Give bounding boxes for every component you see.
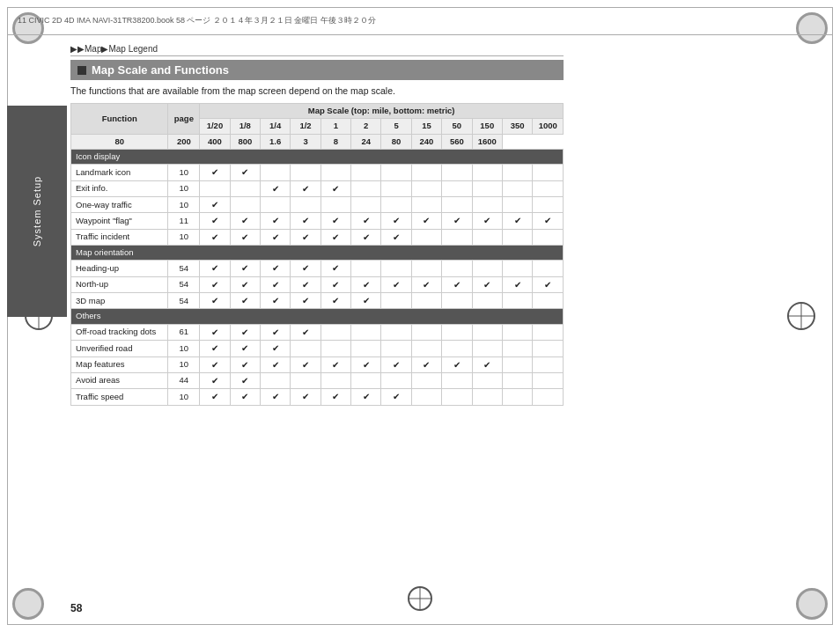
checkmark-icon: ✔ — [272, 343, 279, 353]
table-row: 3D map54✔✔✔✔✔✔ — [71, 293, 564, 309]
breadcrumb-text: ▶▶Map▶Map Legend — [70, 44, 158, 54]
check-cell — [503, 372, 533, 388]
checkmark-icon: ✔ — [423, 360, 430, 370]
check-cell — [533, 261, 564, 276]
row-name: Exit info. — [71, 180, 168, 196]
check-cell — [503, 389, 533, 405]
checkmark-icon: ✔ — [302, 360, 309, 370]
check-cell: ✔ — [321, 261, 350, 276]
check-cell: ✔ — [230, 341, 260, 356]
row-page: 54 — [168, 261, 200, 276]
check-cell: ✔ — [200, 197, 230, 213]
row-page: 10 — [168, 229, 200, 245]
check-cell — [351, 372, 381, 388]
check-cell: ✔ — [411, 356, 441, 372]
scale-top-header: 5 — [381, 119, 411, 134]
check-cell: ✔ — [321, 213, 350, 229]
table-row: Exit info.10✔✔✔ — [71, 180, 564, 196]
checkmark-icon: ✔ — [211, 232, 218, 242]
check-cell: ✔ — [381, 276, 411, 292]
row-name: Landmark icon — [71, 165, 168, 180]
check-cell: ✔ — [200, 213, 230, 229]
check-cell — [411, 165, 441, 180]
check-cell — [472, 324, 503, 340]
check-cell: ✔ — [442, 356, 472, 372]
checkmark-icon: ✔ — [363, 392, 370, 401]
check-cell — [321, 341, 350, 356]
print-info: 11 CIVIC 2D 4D IMA NAVI-31TR38200.book 5… — [18, 15, 376, 26]
checkmark-icon: ✔ — [302, 216, 309, 225]
check-cell: ✔ — [200, 261, 230, 276]
check-cell: ✔ — [260, 261, 290, 276]
row-name: Traffic incident — [71, 229, 168, 245]
check-cell — [503, 165, 533, 180]
check-cell — [321, 165, 350, 180]
check-cell — [472, 341, 503, 356]
section-title: Map Scale and Functions — [70, 60, 564, 80]
check-cell — [351, 180, 381, 196]
check-cell — [260, 197, 290, 213]
check-cell — [411, 389, 441, 405]
row-page: 54 — [168, 293, 200, 309]
check-cell — [472, 293, 503, 309]
scale-functions-table: Function page Map Scale (top: mile, bott… — [70, 103, 564, 406]
check-cell — [533, 324, 564, 340]
check-cell: ✔ — [442, 213, 472, 229]
check-cell: ✔ — [291, 229, 321, 245]
check-cell: ✔ — [230, 356, 260, 372]
check-cell — [503, 356, 533, 372]
checkmark-icon: ✔ — [544, 216, 551, 225]
check-cell — [381, 261, 411, 276]
checkmark-icon: ✔ — [332, 216, 339, 225]
check-cell: ✔ — [291, 293, 321, 309]
check-cell — [260, 372, 290, 388]
check-cell — [472, 197, 503, 213]
check-cell — [533, 341, 564, 356]
check-cell: ✔ — [321, 229, 350, 245]
check-cell — [381, 341, 411, 356]
checkmark-icon: ✔ — [211, 216, 218, 225]
table-row: Traffic speed10✔✔✔✔✔✔✔ — [71, 389, 564, 405]
checkmark-icon: ✔ — [363, 296, 370, 305]
check-cell — [291, 372, 321, 388]
section-header-cell: Others — [71, 309, 564, 324]
check-cell: ✔ — [260, 324, 290, 340]
check-cell — [321, 372, 350, 388]
check-cell: ✔ — [381, 356, 411, 372]
check-cell: ✔ — [381, 213, 411, 229]
checkmark-icon: ✔ — [241, 360, 248, 370]
page-number: 58 — [70, 602, 82, 614]
check-cell: ✔ — [230, 372, 260, 388]
breadcrumb: ▶▶Map▶Map Legend — [70, 44, 158, 54]
check-cell: ✔ — [230, 261, 260, 276]
row-name: 3D map — [71, 293, 168, 309]
check-cell: ✔ — [200, 389, 230, 405]
check-cell: ✔ — [472, 213, 503, 229]
checkmark-icon: ✔ — [272, 232, 279, 242]
check-cell: ✔ — [260, 341, 290, 356]
checkmark-icon: ✔ — [483, 360, 490, 370]
check-cell: ✔ — [230, 293, 260, 309]
check-cell — [381, 293, 411, 309]
checkmark-icon: ✔ — [423, 216, 430, 225]
checkmark-icon: ✔ — [332, 360, 339, 370]
checkmark-icon: ✔ — [453, 360, 461, 370]
check-cell: ✔ — [351, 356, 381, 372]
check-cell — [260, 165, 290, 180]
check-cell — [381, 180, 411, 196]
check-cell: ✔ — [200, 341, 230, 356]
checkmark-icon: ✔ — [211, 296, 218, 305]
check-cell — [503, 197, 533, 213]
check-cell: ✔ — [260, 180, 290, 196]
check-cell — [503, 180, 533, 196]
check-cell: ✔ — [260, 229, 290, 245]
checkmark-icon: ✔ — [483, 216, 490, 225]
check-cell — [321, 197, 350, 213]
check-cell: ✔ — [351, 276, 381, 292]
check-cell — [230, 180, 260, 196]
checkmark-icon: ✔ — [332, 263, 339, 273]
check-cell — [442, 261, 472, 276]
top-strip: 11 CIVIC 2D 4D IMA NAVI-31TR38200.book 5… — [7, 7, 833, 35]
scale-bottom-header: 24 — [351, 134, 381, 149]
check-cell: ✔ — [411, 276, 441, 292]
